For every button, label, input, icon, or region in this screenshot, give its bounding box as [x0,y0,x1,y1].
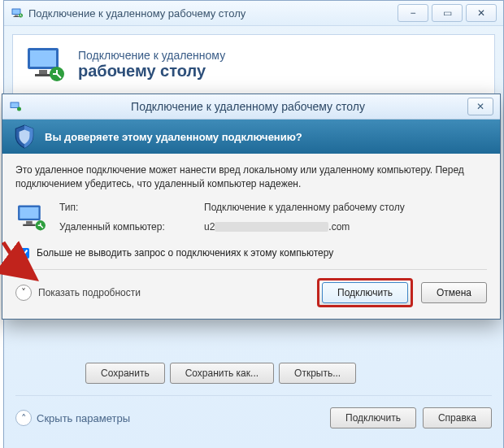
dont-ask-again-label: Больше не выводить запрос о подключениях… [37,247,333,259]
hide-options-label: Скрыть параметры [37,412,130,424]
label-type: Тип: [59,202,198,215]
banner-line2: рабочему столу [78,62,225,80]
dialog-title: Подключение к удаленному рабочему столу [28,100,467,113]
close-icon: ✕ [477,7,485,19]
svg-rect-8 [35,74,51,76]
svg-rect-7 [39,70,47,74]
connection-info: Тип: Подключение к удаленному рабочему с… [59,202,405,234]
value-type: Подключение к удаленному рабочему столу [204,202,405,215]
footer-connect-button[interactable]: Подключить [330,407,416,428]
svg-rect-6 [30,50,56,67]
dialog-titlebar: Подключение к удаленному рабочему столу … [2,94,500,120]
dont-ask-again-checkbox[interactable] [19,248,29,259]
shield-icon [14,124,35,149]
svg-rect-15 [26,221,33,224]
open-button[interactable]: Открыть... [279,363,356,384]
close-button[interactable]: ✕ [466,4,497,22]
svg-rect-2 [15,15,18,17]
main-footer: ˄ Скрыть параметры Подключить Справка [15,407,492,428]
redacted-host [215,222,328,232]
banner-line1: Подключение к удаленному [78,49,225,62]
rdc-small-icon [9,100,22,113]
maximize-icon: ▭ [443,7,452,19]
value-remote-computer: u2.com [204,221,405,234]
svg-rect-14 [20,207,38,219]
rdc-icon [11,7,24,20]
save-as-button[interactable]: Сохранить как... [170,363,274,384]
footer-help-button[interactable]: Справка [423,407,492,428]
minimize-icon: − [410,7,415,19]
divider [15,395,492,396]
svg-rect-16 [23,224,35,225]
dont-ask-again-row[interactable]: Больше не выводить запрос о подключениях… [15,246,487,261]
label-remote-computer: Удаленный компьютер: [59,221,198,234]
svg-rect-11 [11,103,19,108]
minimize-button[interactable]: − [398,4,428,22]
dialog-close-button[interactable]: ✕ [467,98,493,115]
connect-button[interactable]: Подключить [322,282,408,303]
chevron-up-icon: ˄ [15,410,32,426]
main-title: Подключение к удаленному рабочему столу [28,7,245,20]
hide-options-toggle[interactable]: ˄ Скрыть параметры [15,410,130,426]
chevron-down-icon: ˅ [15,285,32,301]
trust-dialog: Подключение к удаленному рабочему столу … [2,94,501,320]
svg-rect-1 [13,10,20,15]
save-button[interactable]: Сохранить [85,363,165,384]
svg-point-12 [17,107,21,111]
svg-rect-3 [14,16,20,17]
warning-text: Это удаленное подключение может нанести … [15,163,487,192]
maximize-button[interactable]: ▭ [432,4,463,22]
trust-bar: Вы доверяете этому удаленному подключени… [2,120,500,154]
main-save-buttons: Сохранить Сохранить как... Открыть... [85,363,356,384]
cancel-button[interactable]: Отмена [421,282,487,303]
show-details-label: Показать подробности [38,287,141,298]
connect-button-highlight: Подключить [317,278,413,307]
close-icon: ✕ [476,101,484,112]
show-details-toggle[interactable]: ˅ Показать подробности [15,285,141,301]
main-titlebar: Подключение к удаленному рабочему столу … [4,1,503,26]
trust-question: Вы доверяете этому удаленному подключени… [45,131,302,143]
separator [15,269,487,270]
main-banner: Подключение к удаленному рабочему столу [12,34,495,94]
rdc-large-icon [24,45,67,84]
rdc-info-icon [15,202,48,234]
